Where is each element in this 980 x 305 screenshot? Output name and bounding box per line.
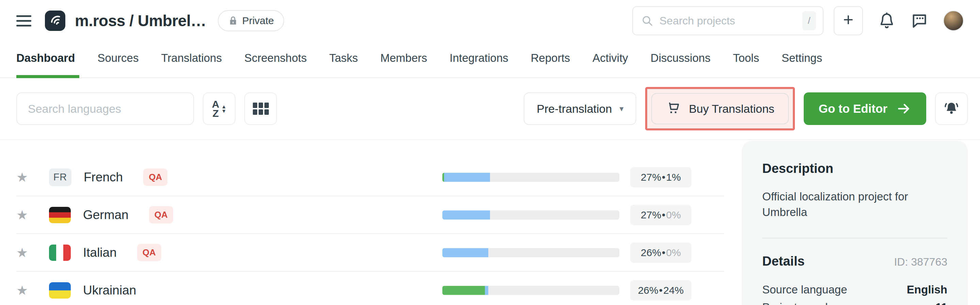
tab-screenshots[interactable]: Screenshots <box>233 52 318 77</box>
crowdin-logo[interactable] <box>45 11 65 31</box>
go-to-editor-button[interactable]: Go to Editor <box>804 92 926 125</box>
search-icon <box>641 14 653 27</box>
privacy-badge-label: Private <box>242 15 274 27</box>
project-id: ID: 387763 <box>894 256 947 268</box>
card-divider <box>762 238 947 239</box>
star-icon[interactable]: ★ <box>16 283 30 298</box>
progress-percent-badge: 26%•0% <box>630 242 692 263</box>
approved-percent: 0% <box>666 247 681 258</box>
progress-translated <box>444 172 490 182</box>
translated-percent: 26% <box>638 284 659 296</box>
language-code-badge: FR <box>49 169 72 186</box>
progress-approved <box>442 286 485 295</box>
percent-separator: • <box>662 172 666 183</box>
detail-row-project-members: Project members11 <box>762 299 947 305</box>
qa-badge[interactable]: QA <box>137 244 161 261</box>
app-header: m.ross / Umbrel… Private / + <box>0 0 980 41</box>
progress-percent-badge: 26%•24% <box>630 280 692 300</box>
translated-percent: 27% <box>641 172 661 183</box>
page-title: m.ross / Umbrel… <box>75 11 206 30</box>
tab-activity[interactable]: Activity <box>581 52 640 77</box>
tab-tasks[interactable]: Tasks <box>318 52 369 77</box>
sort-az-icon: AZ ▲▼ <box>212 100 227 118</box>
progress-translated <box>442 248 488 257</box>
qa-badge[interactable]: QA <box>143 169 167 186</box>
tab-discussions[interactable]: Discussions <box>640 52 722 77</box>
flag-ukrainian <box>49 282 71 299</box>
approved-percent: 0% <box>666 209 681 221</box>
language-name: French <box>84 170 123 185</box>
grid-view-button[interactable] <box>244 92 277 125</box>
create-project-button[interactable]: + <box>834 6 863 35</box>
grid-view-icon <box>253 103 269 115</box>
language-list: ★ FR French QA 27%•1% ★ German QA 27%•0%… <box>16 140 724 305</box>
pre-translation-dropdown[interactable]: Pre-translation ▾ <box>524 92 636 125</box>
project-details-card: Description Official localization projec… <box>742 141 968 305</box>
translated-percent: 26% <box>641 247 661 258</box>
tab-dashboard[interactable]: Dashboard <box>16 52 86 77</box>
approved-percent: 24% <box>663 284 684 296</box>
detail-row-source-language: Source languageEnglish <box>762 281 947 298</box>
star-icon[interactable]: ★ <box>16 207 30 223</box>
flag-german <box>49 207 71 223</box>
chevron-down-icon: ▾ <box>619 104 624 114</box>
language-row-french[interactable]: ★ FR French QA 27%•1% <box>16 159 724 196</box>
annotation-highlight-box: Buy Translations <box>645 87 795 130</box>
messages-chat-icon[interactable] <box>911 12 928 30</box>
details-title: Details <box>762 254 805 269</box>
language-row-ukrainian[interactable]: ★ Ukrainian 26%•24% <box>16 272 724 305</box>
flag-italian <box>49 245 71 261</box>
tab-tools[interactable]: Tools <box>722 52 770 77</box>
tab-integrations[interactable]: Integrations <box>438 52 519 77</box>
go-to-editor-label: Go to Editor <box>819 102 888 115</box>
percent-separator: • <box>662 209 666 221</box>
progress-bar <box>442 286 619 295</box>
tab-settings[interactable]: Settings <box>770 52 833 77</box>
language-row-italian[interactable]: ★ Italian QA 26%•0% <box>16 234 724 272</box>
tab-members[interactable]: Members <box>369 52 439 77</box>
progress-bar <box>442 210 619 220</box>
project-search[interactable]: / <box>632 6 824 35</box>
notifications-bell-icon[interactable] <box>878 12 896 30</box>
tab-translations[interactable]: Translations <box>150 52 233 77</box>
lock-icon <box>228 16 238 26</box>
slash-shortcut-key: / <box>802 11 816 30</box>
star-icon[interactable]: ★ <box>16 170 30 185</box>
percent-separator: • <box>662 247 666 258</box>
sort-az-button[interactable]: AZ ▲▼ <box>203 92 235 125</box>
buy-translations-button[interactable]: Buy Translations <box>651 93 788 124</box>
arrow-right-icon <box>896 101 911 116</box>
progress-percent-badge: 27%•1% <box>630 167 692 188</box>
qa-badge[interactable]: QA <box>149 206 173 223</box>
progress-percent-badge: 27%•0% <box>630 205 692 225</box>
search-projects-input[interactable] <box>659 14 802 27</box>
tab-reports[interactable]: Reports <box>520 52 582 77</box>
percent-separator: • <box>659 284 663 296</box>
language-row-german[interactable]: ★ German QA 27%•0% <box>16 196 724 234</box>
hamburger-menu-icon[interactable] <box>16 15 31 27</box>
progress-bar <box>442 248 619 257</box>
buy-translations-label: Buy Translations <box>689 102 774 115</box>
language-name: German <box>83 208 129 222</box>
search-languages-input[interactable] <box>16 92 194 125</box>
star-icon[interactable]: ★ <box>16 245 30 260</box>
approved-percent: 1% <box>666 172 681 183</box>
project-nav-tabs: Dashboard Sources Translations Screensho… <box>0 41 980 78</box>
progress-bar <box>442 172 619 182</box>
user-avatar[interactable] <box>943 11 964 31</box>
pre-translation-label: Pre-translation <box>537 102 612 115</box>
language-name: Ukrainian <box>83 283 136 297</box>
ringing-bell-icon <box>943 101 959 117</box>
description-text: Official localization project for Umbrel… <box>762 189 947 220</box>
language-name: Italian <box>83 246 117 260</box>
privacy-badge: Private <box>218 10 284 31</box>
progress-translated <box>442 210 490 220</box>
announcements-button[interactable] <box>935 92 968 125</box>
progress-translated <box>485 286 488 295</box>
cart-icon <box>666 101 681 116</box>
tab-sources[interactable]: Sources <box>86 52 150 77</box>
dashboard-toolbar: AZ ▲▼ Pre-translation ▾ Buy Translations… <box>0 78 980 140</box>
translated-percent: 27% <box>641 209 661 221</box>
description-title: Description <box>762 161 947 176</box>
